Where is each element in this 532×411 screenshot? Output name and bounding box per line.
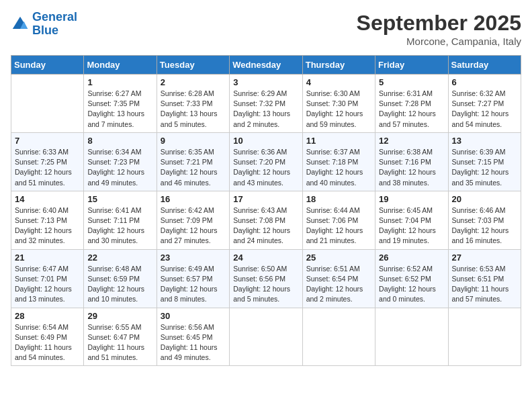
calendar-cell: 5Sunrise: 6:31 AM Sunset: 7:28 PM Daylig… [375, 75, 448, 133]
day-info: Sunrise: 6:37 AM Sunset: 7:18 PM Dayligh… [306, 147, 371, 188]
weekday-header: Friday [375, 56, 448, 75]
calendar-week-row: 21Sunrise: 6:47 AM Sunset: 7:01 PM Dayli… [11, 249, 521, 308]
day-info: Sunrise: 6:28 AM Sunset: 7:33 PM Dayligh… [161, 89, 226, 130]
weekday-header: Monday [84, 56, 157, 75]
calendar-cell [11, 75, 84, 133]
day-info: Sunrise: 6:55 AM Sunset: 6:47 PM Dayligh… [87, 322, 152, 363]
day-info: Sunrise: 6:48 AM Sunset: 6:59 PM Dayligh… [87, 264, 152, 305]
weekday-header: Saturday [448, 56, 521, 75]
calendar-cell: 28Sunrise: 6:54 AM Sunset: 6:49 PM Dayli… [11, 308, 84, 366]
day-number: 2 [161, 77, 226, 87]
day-number: 6 [452, 77, 517, 87]
day-number: 27 [452, 253, 517, 263]
day-info: Sunrise: 6:53 AM Sunset: 6:51 PM Dayligh… [452, 264, 517, 305]
calendar-week-row: 1Sunrise: 6:27 AM Sunset: 7:35 PM Daylig… [11, 75, 521, 133]
weekday-header: Tuesday [157, 56, 229, 75]
calendar-cell: 16Sunrise: 6:42 AM Sunset: 7:09 PM Dayli… [157, 191, 229, 249]
calendar-cell [375, 308, 448, 366]
calendar-cell: 12Sunrise: 6:38 AM Sunset: 7:16 PM Dayli… [375, 132, 448, 191]
calendar-cell: 9Sunrise: 6:35 AM Sunset: 7:21 PM Daylig… [157, 132, 229, 191]
day-info: Sunrise: 6:38 AM Sunset: 7:16 PM Dayligh… [379, 147, 444, 188]
day-info: Sunrise: 6:51 AM Sunset: 6:54 PM Dayligh… [306, 264, 371, 305]
day-number: 17 [233, 194, 298, 204]
calendar-cell: 19Sunrise: 6:45 AM Sunset: 7:04 PM Dayli… [375, 191, 448, 249]
logo: General Blue [11, 11, 77, 38]
day-number: 3 [233, 77, 298, 87]
calendar-cell [230, 308, 302, 366]
day-number: 10 [233, 136, 298, 146]
day-number: 11 [306, 136, 371, 146]
day-number: 4 [306, 77, 371, 87]
calendar-cell: 1Sunrise: 6:27 AM Sunset: 7:35 PM Daylig… [84, 75, 157, 133]
day-info: Sunrise: 6:36 AM Sunset: 7:20 PM Dayligh… [233, 147, 298, 188]
calendar-cell: 23Sunrise: 6:49 AM Sunset: 6:57 PM Dayli… [157, 249, 229, 308]
day-number: 30 [161, 311, 226, 321]
day-info: Sunrise: 6:27 AM Sunset: 7:35 PM Dayligh… [87, 89, 152, 130]
day-number: 28 [15, 311, 80, 321]
day-info: Sunrise: 6:29 AM Sunset: 7:32 PM Dayligh… [233, 89, 298, 130]
day-info: Sunrise: 6:40 AM Sunset: 7:13 PM Dayligh… [15, 205, 80, 246]
day-number: 19 [379, 194, 444, 204]
day-number: 14 [15, 194, 80, 204]
day-info: Sunrise: 6:50 AM Sunset: 6:56 PM Dayligh… [233, 264, 298, 305]
day-info: Sunrise: 6:32 AM Sunset: 7:27 PM Dayligh… [452, 89, 517, 130]
calendar-cell: 3Sunrise: 6:29 AM Sunset: 7:32 PM Daylig… [230, 75, 302, 133]
day-info: Sunrise: 6:47 AM Sunset: 7:01 PM Dayligh… [15, 264, 80, 305]
weekday-header: Sunday [11, 56, 84, 75]
day-number: 8 [87, 136, 152, 146]
calendar-cell: 24Sunrise: 6:50 AM Sunset: 6:56 PM Dayli… [230, 249, 302, 308]
day-number: 18 [306, 194, 371, 204]
day-info: Sunrise: 6:54 AM Sunset: 6:49 PM Dayligh… [15, 322, 80, 363]
calendar-cell: 6Sunrise: 6:32 AM Sunset: 7:27 PM Daylig… [448, 75, 521, 133]
day-number: 1 [87, 77, 152, 87]
calendar-cell: 8Sunrise: 6:34 AM Sunset: 7:23 PM Daylig… [84, 132, 157, 191]
calendar-cell: 27Sunrise: 6:53 AM Sunset: 6:51 PM Dayli… [448, 249, 521, 308]
logo-text: General Blue [32, 11, 77, 38]
day-info: Sunrise: 6:30 AM Sunset: 7:30 PM Dayligh… [306, 89, 371, 130]
weekday-header: Wednesday [230, 56, 302, 75]
day-info: Sunrise: 6:33 AM Sunset: 7:25 PM Dayligh… [15, 147, 80, 188]
day-number: 20 [452, 194, 517, 204]
day-info: Sunrise: 6:39 AM Sunset: 7:15 PM Dayligh… [452, 147, 517, 188]
calendar-cell: 10Sunrise: 6:36 AM Sunset: 7:20 PM Dayli… [230, 132, 302, 191]
day-number: 29 [87, 311, 152, 321]
calendar-week-row: 28Sunrise: 6:54 AM Sunset: 6:49 PM Dayli… [11, 308, 521, 366]
calendar-cell: 21Sunrise: 6:47 AM Sunset: 7:01 PM Dayli… [11, 249, 84, 308]
day-info: Sunrise: 6:34 AM Sunset: 7:23 PM Dayligh… [87, 147, 152, 188]
calendar-cell [448, 308, 521, 366]
day-info: Sunrise: 6:49 AM Sunset: 6:57 PM Dayligh… [161, 264, 226, 305]
day-number: 5 [379, 77, 444, 87]
calendar-cell: 4Sunrise: 6:30 AM Sunset: 7:30 PM Daylig… [302, 75, 375, 133]
calendar-cell: 29Sunrise: 6:55 AM Sunset: 6:47 PM Dayli… [84, 308, 157, 366]
day-info: Sunrise: 6:41 AM Sunset: 7:11 PM Dayligh… [87, 205, 152, 246]
weekday-header-row: SundayMondayTuesdayWednesdayThursdayFrid… [11, 56, 521, 75]
day-info: Sunrise: 6:43 AM Sunset: 7:08 PM Dayligh… [233, 205, 298, 246]
month-title: September 2025 [357, 11, 521, 36]
page-header: General Blue September 2025 Morcone, Cam… [11, 11, 521, 47]
title-block: September 2025 Morcone, Campania, Italy [357, 11, 521, 47]
calendar-cell: 7Sunrise: 6:33 AM Sunset: 7:25 PM Daylig… [11, 132, 84, 191]
calendar-cell: 11Sunrise: 6:37 AM Sunset: 7:18 PM Dayli… [302, 132, 375, 191]
day-number: 16 [161, 194, 226, 204]
day-number: 13 [452, 136, 517, 146]
day-number: 24 [233, 253, 298, 263]
day-number: 22 [87, 253, 152, 263]
day-number: 12 [379, 136, 444, 146]
weekday-header: Thursday [302, 56, 375, 75]
day-number: 7 [15, 136, 80, 146]
calendar-cell: 14Sunrise: 6:40 AM Sunset: 7:13 PM Dayli… [11, 191, 84, 249]
calendar-week-row: 14Sunrise: 6:40 AM Sunset: 7:13 PM Dayli… [11, 191, 521, 249]
calendar-cell: 30Sunrise: 6:56 AM Sunset: 6:45 PM Dayli… [157, 308, 229, 366]
calendar-cell [302, 308, 375, 366]
day-number: 15 [87, 194, 152, 204]
day-number: 25 [306, 253, 371, 263]
calendar-table: SundayMondayTuesdayWednesdayThursdayFrid… [11, 55, 521, 366]
calendar-cell: 2Sunrise: 6:28 AM Sunset: 7:33 PM Daylig… [157, 75, 229, 133]
calendar-cell: 18Sunrise: 6:44 AM Sunset: 7:06 PM Dayli… [302, 191, 375, 249]
calendar-cell: 17Sunrise: 6:43 AM Sunset: 7:08 PM Dayli… [230, 191, 302, 249]
day-number: 26 [379, 253, 444, 263]
day-info: Sunrise: 6:46 AM Sunset: 7:03 PM Dayligh… [452, 205, 517, 246]
calendar-cell: 25Sunrise: 6:51 AM Sunset: 6:54 PM Dayli… [302, 249, 375, 308]
day-number: 23 [161, 253, 226, 263]
day-number: 9 [161, 136, 226, 146]
